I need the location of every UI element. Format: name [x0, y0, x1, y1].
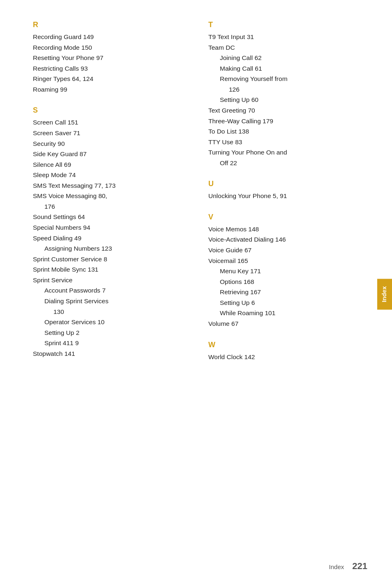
two-column-layout: RRecording Guard 149Recording Mode 150Re…: [33, 21, 367, 374]
index-entry: Voice Memos 148: [208, 224, 367, 235]
index-entry: Sprint Customer Service 8: [33, 254, 192, 265]
index-section: SScreen Call 151Screen Saver 71Security …: [33, 106, 192, 359]
right-column: TT9 Text Input 31Team DCJoining Call 62M…: [208, 21, 367, 374]
index-entry: Joining Call 62: [208, 53, 367, 63]
section-letter: V: [208, 213, 367, 221]
index-entry: While Roaming 101: [208, 308, 367, 318]
index-entry: Three-Way Calling 179: [208, 116, 367, 127]
section-letter: S: [33, 106, 192, 115]
side-tab-label: Index: [380, 286, 387, 302]
index-entry: Recording Mode 150: [33, 42, 192, 53]
index-entry: T9 Text Input 31: [208, 32, 367, 42]
index-entry: Operator Services 10: [33, 317, 192, 327]
index-entry: Silence All 69: [33, 159, 192, 170]
index-section: RRecording Guard 149Recording Mode 150Re…: [33, 21, 192, 95]
index-entry: Speed Dialing 49: [33, 233, 192, 244]
index-entry: World Clock 142: [208, 352, 367, 362]
index-entry: Volume 67: [208, 318, 367, 329]
index-entry: Unlocking Your Phone 5, 91: [208, 191, 367, 201]
index-section: UUnlocking Your Phone 5, 91: [208, 180, 367, 201]
index-entry: Restricting Calls 93: [33, 63, 192, 74]
footer-index-label: Index: [329, 563, 344, 570]
index-entry: Text Greeting 70: [208, 105, 367, 116]
index-section: WWorld Clock 142: [208, 341, 367, 362]
index-entry: SMS Text Messaging 77, 173: [33, 180, 192, 191]
index-entry: 130: [33, 307, 192, 317]
index-entry: Sprint 411 9: [33, 338, 192, 348]
page-footer: Index 221: [329, 561, 367, 572]
index-entry: Setting Up 6: [208, 297, 367, 308]
footer-page-number: 221: [352, 561, 367, 572]
page-container: RRecording Guard 149Recording Mode 150Re…: [0, 0, 392, 588]
left-column: RRecording Guard 149Recording Mode 150Re…: [33, 21, 192, 374]
index-entry: Menu Key 171: [208, 266, 367, 277]
section-letter: T: [208, 21, 367, 29]
index-entry: Voice Guide 67: [208, 245, 367, 256]
index-entry: Team DC: [208, 42, 367, 53]
index-entry: Dialing Sprint Services: [33, 296, 192, 307]
index-side-tab: Index: [377, 279, 392, 309]
index-entry: 126: [208, 84, 367, 95]
index-entry: Making Call 61: [208, 63, 367, 74]
section-letter: R: [33, 21, 192, 29]
index-entry: Sprint Mobile Sync 131: [33, 264, 192, 275]
index-entry: Screen Saver 71: [33, 128, 192, 138]
index-entry: 176: [33, 201, 192, 212]
index-entry: Turning Your Phone On and: [208, 147, 367, 158]
index-section: VVoice Memos 148Voice-Activated Dialing …: [208, 213, 367, 329]
index-entry: Removing Yourself from: [208, 74, 367, 84]
index-entry: Recording Guard 149: [33, 32, 192, 42]
index-entry: Roaming 99: [33, 84, 192, 95]
index-entry: Ringer Types 64, 124: [33, 74, 192, 84]
index-section: TT9 Text Input 31Team DCJoining Call 62M…: [208, 21, 367, 168]
index-entry: Voice-Activated Dialing 146: [208, 234, 367, 245]
index-entry: Setting Up 2: [33, 327, 192, 338]
index-entry: Retrieving 167: [208, 287, 367, 297]
section-letter: U: [208, 180, 367, 188]
index-entry: Setting Up 60: [208, 95, 367, 105]
index-entry: Voicemail 165: [208, 256, 367, 266]
index-entry: To Do List 138: [208, 126, 367, 137]
index-entry: Sprint Service: [33, 275, 192, 286]
index-entry: Screen Call 151: [33, 117, 192, 128]
index-entry: Off 22: [208, 158, 367, 168]
index-entry: Sleep Mode 74: [33, 170, 192, 180]
index-entry: TTY Use 83: [208, 137, 367, 148]
index-entry: Security 90: [33, 138, 192, 149]
index-entry: Account Passwords 7: [33, 285, 192, 296]
section-letter: W: [208, 341, 367, 349]
index-entry: Side Key Guard 87: [33, 149, 192, 159]
index-entry: Special Numbers 94: [33, 222, 192, 233]
index-entry: Assigning Numbers 123: [33, 243, 192, 254]
index-entry: Options 168: [208, 277, 367, 287]
index-entry: Resetting Your Phone 97: [33, 53, 192, 63]
index-entry: Sound Settings 64: [33, 212, 192, 222]
index-entry: SMS Voice Messaging 80,: [33, 191, 192, 201]
index-entry: Stopwatch 141: [33, 348, 192, 359]
